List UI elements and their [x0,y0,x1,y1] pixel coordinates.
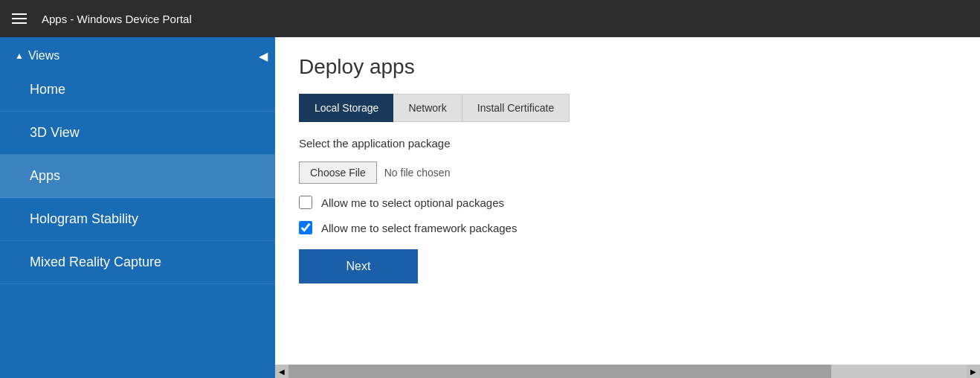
tab-network[interactable]: Network [393,94,461,122]
content-area: Deploy apps Local Storage Network Instal… [275,37,980,378]
views-label: Views [28,49,59,63]
sidebar: ◀ ▲ Views Home 3D View Apps Hologram Sta… [0,37,275,378]
next-button[interactable]: Next [299,249,418,284]
select-package-label: Select the application package [299,137,956,150]
sidebar-nav: Home 3D View Apps Hologram Stability Mix… [0,68,275,284]
scroll-thumb[interactable] [288,365,831,378]
sidebar-item-mixed-reality-capture[interactable]: Mixed Reality Capture [0,241,275,284]
sidebar-item-home[interactable]: Home [0,68,275,112]
main-layout: ◀ ▲ Views Home 3D View Apps Hologram Sta… [0,37,980,378]
choose-file-button[interactable]: Choose File [299,161,377,184]
views-arrow-icon: ▲ [15,51,24,61]
header: Apps - Windows Device Portal [0,0,980,37]
scroll-right-button[interactable]: ▶ [967,365,980,378]
tab-local-storage[interactable]: Local Storage [299,94,393,122]
sidebar-collapse-button[interactable]: ◀ [251,46,275,66]
scroll-track[interactable] [288,365,967,378]
deploy-form: Select the application package Choose Fi… [299,137,956,284]
framework-packages-checkbox[interactable] [299,221,312,234]
app-title: Apps - Windows Device Portal [42,13,192,25]
framework-packages-row: Allow me to select framework packages [299,221,956,234]
optional-packages-checkbox[interactable] [299,196,312,209]
menu-icon[interactable] [12,13,27,24]
tab-bar: Local Storage Network Install Certificat… [299,94,956,122]
framework-packages-label: Allow me to select framework packages [321,222,517,234]
sidebar-views-header: ▲ Views [0,37,275,68]
sidebar-item-apps[interactable]: Apps [0,155,275,198]
sidebar-item-3d-view[interactable]: 3D View [0,112,275,155]
optional-packages-label: Allow me to select optional packages [321,196,504,209]
optional-packages-row: Allow me to select optional packages [299,196,956,209]
page-title: Deploy apps [299,55,956,79]
no-file-text: No file chosen [384,167,451,179]
horizontal-scrollbar: ◀ ▶ [275,365,980,378]
file-picker-row: Choose File No file chosen [299,161,956,184]
scroll-left-button[interactable]: ◀ [275,365,288,378]
tab-install-certificate[interactable]: Install Certificate [462,94,570,122]
sidebar-item-hologram-stability[interactable]: Hologram Stability [0,198,275,241]
